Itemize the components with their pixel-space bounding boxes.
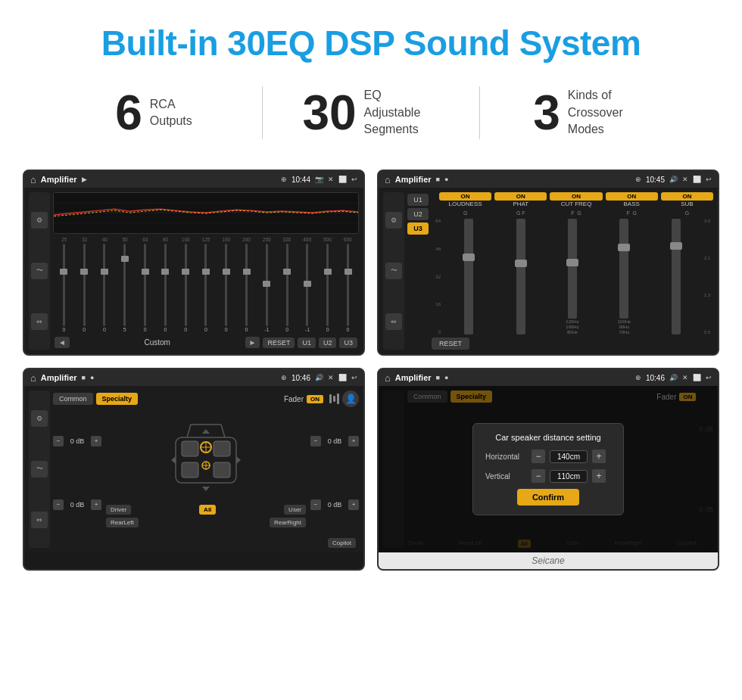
spec-content: Common Specialty Fader ON 👤	[53, 390, 359, 548]
tr-minus[interactable]: −	[310, 436, 321, 446]
cutfreq-toggle[interactable]: ON	[550, 192, 602, 201]
fader-on-badge[interactable]: ON	[307, 395, 323, 403]
rearleft-btn[interactable]: RearLeft	[106, 518, 139, 527]
eq-slider-14[interactable]: 0	[338, 244, 357, 332]
eq-slider-4[interactable]: 0	[136, 244, 154, 332]
specialty-tab[interactable]: Specialty	[96, 393, 139, 405]
camera-icon[interactable]: 📷	[315, 176, 323, 183]
eq-slider-8[interactable]: 0	[217, 244, 235, 332]
crossover-number: 3	[533, 89, 560, 137]
eq-slider-3[interactable]: 5	[115, 244, 134, 332]
home-icon-2[interactable]: ⌂	[385, 174, 391, 185]
common-tab[interactable]: Common	[53, 393, 93, 405]
window-icon[interactable]: ⬜	[338, 176, 347, 183]
eq-slider-13[interactable]: 0	[318, 244, 337, 332]
eq-sidebar-btn-1[interactable]: ⚙	[31, 212, 48, 229]
dialog-time: 10:46	[646, 374, 665, 382]
play-icon[interactable]: ▶	[82, 176, 87, 183]
bl-minus[interactable]: −	[53, 499, 64, 510]
eq-slider-0[interactable]: 0	[55, 244, 73, 332]
horizontal-value[interactable]: 140cm	[550, 450, 588, 463]
home-icon-3[interactable]: ⌂	[30, 372, 36, 384]
u3-btn-active[interactable]: U3	[407, 222, 429, 235]
spec-time: 10:46	[292, 374, 310, 382]
dot-icon-4: ●	[444, 374, 448, 381]
window-icon-2[interactable]: ⬜	[693, 176, 701, 183]
br-plus[interactable]: +	[348, 499, 359, 510]
amp-sidebar-btn-1[interactable]: ⚙	[385, 212, 402, 229]
eq-u2-btn[interactable]: U2	[319, 338, 337, 348]
close-icon-4[interactable]: ✕	[682, 374, 688, 381]
window-icon-4[interactable]: ⬜	[693, 374, 701, 381]
home-icon-4[interactable]: ⌂	[385, 372, 391, 384]
close-icon[interactable]: ✕	[328, 176, 334, 183]
u2-btn[interactable]: U2	[407, 208, 429, 220]
horizontal-minus-btn[interactable]: −	[532, 450, 545, 463]
vol-icon-4[interactable]: 🔊	[669, 374, 678, 381]
driver-btn[interactable]: Driver	[106, 505, 131, 515]
spec-sidebar-btn-2[interactable]: 〜	[31, 461, 48, 478]
phat-toggle[interactable]: ON	[494, 192, 547, 201]
eq-prev-btn[interactable]: ◄	[55, 337, 70, 348]
back-icon-2[interactable]: ↩	[706, 176, 712, 183]
location-icon-2: ⊕	[635, 176, 641, 183]
back-icon[interactable]: ↩	[351, 176, 357, 183]
u1-btn[interactable]: U1	[407, 194, 429, 206]
distance-dialog: Car speaker distance setting Horizontal …	[472, 423, 624, 515]
vertical-value[interactable]: 110cm	[550, 470, 588, 483]
eq-sidebar-btn-2[interactable]: 〜	[31, 263, 48, 279]
eq-u1-btn[interactable]: U1	[298, 338, 316, 348]
eq-u3-btn[interactable]: U3	[339, 338, 357, 348]
copilot-btn[interactable]: Copilot	[328, 538, 356, 548]
amp-screen2: ⚙ 〜 ⇔ U1 U2 U3 ONLOUDNESS ONPHAT ONCUT F…	[379, 188, 718, 354]
sub-toggle[interactable]: ON	[661, 192, 713, 201]
br-minus[interactable]: −	[310, 499, 321, 510]
bass-toggle[interactable]: ON	[606, 192, 658, 201]
window-icon-3[interactable]: ⬜	[338, 374, 347, 381]
svg-marker-17	[171, 456, 176, 464]
bl-plus[interactable]: +	[91, 499, 101, 510]
eq-number: 30	[302, 89, 356, 137]
eq-slider-1[interactable]: 0	[75, 244, 94, 332]
amp-sidebar-btn-2[interactable]: 〜	[385, 263, 402, 279]
horizontal-plus-btn[interactable]: +	[592, 450, 606, 463]
eq-slider-12[interactable]: -1	[298, 244, 317, 332]
loudness-toggle[interactable]: ON	[439, 192, 491, 201]
eq-slider-6[interactable]: 0	[176, 244, 195, 332]
spec-sidebar-btn-1[interactable]: ⚙	[31, 410, 48, 427]
eq-slider-11[interactable]: 0	[278, 244, 297, 332]
back-icon-4[interactable]: ↩	[706, 374, 712, 381]
eq-reset-btn[interactable]: RESET	[263, 338, 295, 348]
vertical-minus-btn[interactable]: −	[532, 469, 545, 483]
amp-sidebar-btn-3[interactable]: ⇔	[385, 313, 402, 330]
close-icon-2[interactable]: ✕	[682, 176, 688, 183]
top-left-ctrl: − 0 dB +	[53, 436, 101, 446]
back-icon-3[interactable]: ↩	[351, 374, 357, 381]
tr-plus[interactable]: +	[348, 436, 359, 446]
eq-slider-10[interactable]: -1	[257, 244, 276, 332]
person-icon[interactable]: 👤	[342, 390, 359, 407]
vol-icon[interactable]: 🔊	[669, 176, 678, 183]
vol-icon-3[interactable]: 🔊	[315, 374, 323, 381]
eq-slider-5[interactable]: 0	[156, 244, 175, 332]
tl-plus[interactable]: +	[91, 436, 101, 446]
channel-reset-btn[interactable]: RESET	[432, 338, 469, 350]
eq-slider-9[interactable]: 0	[237, 244, 256, 332]
vertical-plus-btn[interactable]: +	[592, 469, 606, 483]
confirm-button[interactable]: Confirm	[517, 489, 579, 506]
spec-sidebar-btn-3[interactable]: ⇔	[31, 512, 48, 528]
eq-next-btn[interactable]: ►	[245, 337, 260, 348]
tl-minus[interactable]: −	[53, 436, 64, 446]
rearright-btn[interactable]: RearRight	[270, 518, 306, 527]
home-icon[interactable]: ⌂	[30, 174, 36, 185]
user-btn[interactable]: User	[284, 505, 306, 515]
vertical-row: Vertical − 110cm +	[485, 469, 611, 483]
eq-slider-7[interactable]: 0	[197, 244, 216, 332]
channel-status-bar: ⌂ Amplifier ■ ● ⊕ 10:45 🔊 ✕ ⬜ ↩	[379, 171, 718, 188]
br-val: 0 dB	[323, 501, 346, 509]
all-btn[interactable]: All	[199, 505, 216, 515]
eq-time: 10:44	[292, 176, 310, 184]
close-icon-3[interactable]: ✕	[328, 374, 334, 381]
eq-sidebar-btn-3[interactable]: ⇔	[31, 313, 48, 330]
eq-slider-2[interactable]: 0	[95, 244, 114, 332]
